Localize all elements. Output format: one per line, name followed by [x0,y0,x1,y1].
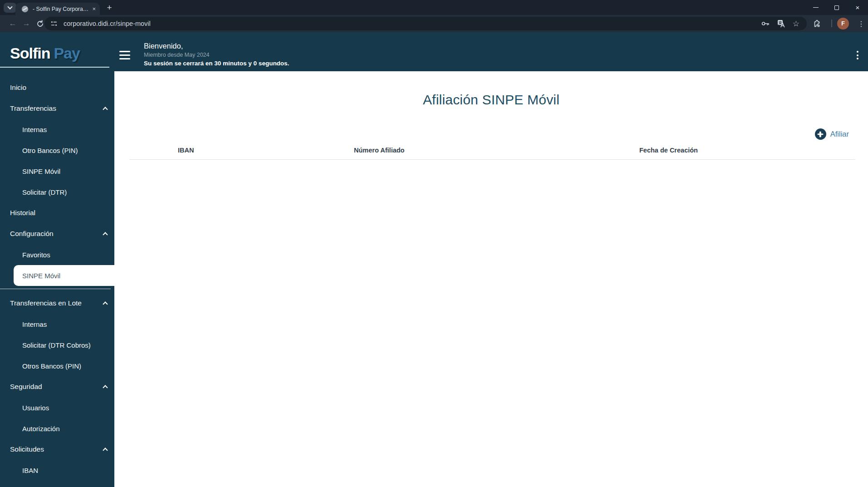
sidebar-divider [0,289,111,289]
page-title: Afiliación SINPE Móvil [114,92,868,108]
sidebar-item-transferencias[interactable]: Transferencias [0,98,114,119]
sidebar-nav: Inicio Transferencias Internas Otro Banc… [0,71,114,487]
chevron-up-icon [103,385,108,390]
column-header-iban: IBAN [178,147,194,154]
sidebar-item-internas[interactable]: Internas [0,119,114,140]
sidebar-item-transferencias-en-lote[interactable]: Transferencias en Lote [0,293,114,314]
address-bar[interactable]: corporativo.didi.cr/sinpe-movil ☆ [44,17,807,30]
sidebar-item-historial[interactable]: Historial [0,202,114,223]
sidebar-item-label: Internas [22,320,47,328]
column-header-fecha-creacion: Fecha de Creación [639,147,698,154]
chevron-up-icon [103,107,108,112]
window-minimize-button[interactable] [805,0,826,15]
close-icon: × [856,4,860,11]
sidebar-item-sinpe-movil[interactable]: SINPE Móvil [0,161,114,182]
password-key-icon[interactable] [761,19,770,28]
sidebar-item-configuracion[interactable]: Configuración [0,223,114,244]
main-content: Afiliación SINPE Móvil Afiliar IBAN Núme… [114,71,868,487]
sidebar-item-solicitar-dtr-cobros[interactable]: Solicitar (DTR Cobros) [0,335,114,355]
browser-toolbar: ← → corporativo.didi.cr/sinpe-movil ☆ [0,15,868,32]
forward-button[interactable]: → [21,18,32,29]
welcome-block: Bienvenido, Miembro desde May 2024 Su se… [144,41,289,67]
sidebar-item-favoritos[interactable]: Favoritos [0,244,114,265]
translate-icon[interactable] [777,19,786,28]
new-tab-button[interactable]: + [103,2,115,14]
back-button[interactable]: ← [7,18,18,29]
reload-button[interactable] [34,18,45,29]
table-header-row: IBAN Número Afiliado Fecha de Creación [114,147,868,157]
minimize-icon [813,7,819,8]
logo-text-solfin: Solfin [10,44,50,62]
sidebar-item-label: IBAN [22,467,38,474]
tab-title: - Solfin Pay Corporativo [33,6,89,12]
table-header-divider [129,159,855,160]
sidebar-item-label: Seguridad [10,383,42,391]
app-header: SolfinPay Bienvenido, Miembro desde May … [0,32,868,71]
sidebar-item-label: Autorización [22,425,60,433]
sidebar-item-label: Historial [10,209,35,217]
sidebar-item-label: Configuración [10,230,54,238]
sidebar-item-label: Transferencias en Lote [10,299,82,307]
chevron-down-icon [7,4,12,9]
window-controls: × [805,0,868,15]
site-favicon-icon [21,5,29,13]
sidebar-item-label: Solicitar (DTR Cobros) [22,341,91,349]
sidebar-item-sinpe-movil-config-active[interactable]: SINPE Móvil [14,265,114,286]
sidebar-item-solicitar-dtr[interactable]: Solicitar (DTR) [0,182,114,202]
sidebar-item-label: Transferencias [10,104,56,113]
sidebar-item-iban[interactable]: IBAN [0,460,114,481]
browser-tab[interactable]: - Solfin Pay Corporativo × [15,3,100,15]
sidebar-item-label: Favoritos [22,251,50,259]
site-settings-tune-icon[interactable] [50,20,58,27]
afiliar-button-label: Afiliar [830,130,849,138]
sidebar-item-label: Internas [22,126,47,133]
window-close-button[interactable]: × [847,0,868,15]
column-header-numero-afiliado: Número Afiliado [354,147,404,154]
browser-tab-strip: - Solfin Pay Corporativo × + × [0,0,868,15]
sidebar-item-label: SINPE Móvil [22,272,60,280]
omnibox-action-icons: ☆ [761,19,799,28]
url-text[interactable]: corporativo.didi.cr/sinpe-movil [64,20,761,27]
sidebar-item-label: Inicio [10,84,26,92]
sidebar-item-autorizacion[interactable]: Autorización [0,418,114,439]
reload-icon [36,20,44,28]
bookmark-star-icon[interactable]: ☆ [793,20,799,28]
toolbar-divider [831,20,832,27]
maximize-icon [834,5,839,10]
browser-profile-avatar[interactable]: F [837,18,849,30]
sidebar-item-label: Usuarios [22,404,49,412]
hamburger-icon [119,51,130,52]
header-menu-button[interactable] [853,51,862,59]
hamburger-menu-button[interactable] [119,51,130,59]
browser-menu-button[interactable]: ⋮ [856,18,867,29]
member-since-text: Miembro desde May 2024 [144,51,289,59]
solfin-pay-logo: SolfinPay [10,44,80,62]
sidebar-item-label: Otros Bancos (PIN) [22,362,81,370]
sidebar-item-solicitudes[interactable]: Solicitudes [0,439,114,460]
sidebar-item-seguridad[interactable]: Seguridad [0,376,114,397]
sidebar-item-label: SINPE Móvil [22,167,60,175]
sidebar-item-inicio[interactable]: Inicio [0,77,114,98]
kebab-icon [857,51,858,53]
plus-icon [815,128,826,140]
afiliar-button[interactable]: Afiliar [815,128,849,140]
extensions-button[interactable] [813,19,822,28]
puzzle-extensions-icon [813,19,822,28]
chevron-up-icon [103,301,108,306]
sidebar-item-otros-bancos-pin[interactable]: Otros Bancos (PIN) [0,355,114,376]
sidebar-item-label: Otro Bancos (PIN) [22,147,78,154]
logo-text-pay: Pay [54,44,80,62]
sidebar-item-internas-lote[interactable]: Internas [0,314,114,335]
window-maximize-button[interactable] [826,0,847,15]
welcome-greeting: Bienvenido, [144,41,289,51]
sidebar-item-otro-bancos-pin[interactable]: Otro Bancos (PIN) [0,140,114,161]
chevron-up-icon [103,448,108,453]
sidebar-item-label: Solicitar (DTR) [22,188,67,196]
tab-close-icon[interactable]: × [92,5,96,12]
sidebar-item-label: Solicitudes [10,445,44,453]
sidebar-item-usuarios[interactable]: Usuarios [0,397,114,418]
tab-search-button[interactable] [4,3,16,13]
logo-underline [0,67,109,68]
chevron-up-icon [103,232,108,237]
session-expiry-text: Su sesión se cerrará en 30 minutos y 0 s… [144,59,289,67]
